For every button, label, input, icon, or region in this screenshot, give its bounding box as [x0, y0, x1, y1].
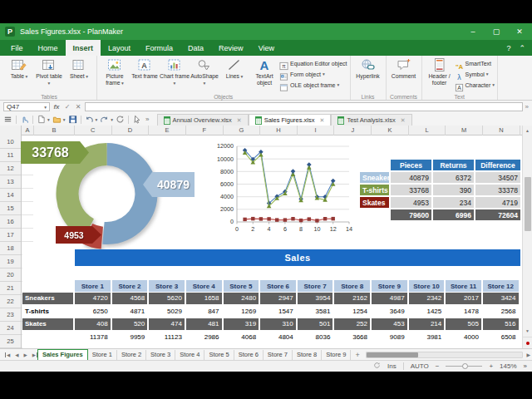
store-cell[interactable]: 2017	[446, 292, 483, 305]
form-object-button[interactable]: Form object▾	[279, 69, 347, 79]
sheet-button[interactable]: Sheet ▾	[64, 57, 94, 80]
scroll-down-icon[interactable]: ▼	[523, 326, 532, 336]
horizontal-scrollbar[interactable]	[366, 352, 524, 358]
store-cell[interactable]: 9959	[112, 331, 150, 344]
previous-sheet-button[interactable]: ◀	[12, 352, 21, 357]
store-header-store-2[interactable]: Store 2	[112, 280, 150, 292]
menu-tab-file[interactable]: File	[3, 40, 31, 56]
menu-tab-data[interactable]: Data	[180, 40, 211, 56]
dropdown-arrow-icon[interactable]: ▾	[96, 117, 98, 122]
scroll-up-icon[interactable]: ▲	[523, 126, 532, 135]
store-cell[interactable]: 1658	[186, 292, 224, 305]
store-cell[interactable]: 516	[483, 318, 520, 331]
textart-object-button[interactable]: ATextArt object	[249, 57, 279, 86]
dropdown-arrow-icon[interactable]: ▾	[63, 117, 66, 122]
vertical-scroll-thumb[interactable]	[525, 177, 531, 231]
hyperlink-button[interactable]: Hyperlink	[353, 57, 383, 80]
store-cell[interactable]: 520	[112, 318, 150, 331]
column-header-c[interactable]: C	[75, 126, 112, 135]
zoom-out-button[interactable]: −	[436, 362, 440, 370]
store-cell[interactable]: 3424	[483, 292, 520, 305]
store-header-store-10[interactable]: Store 10	[409, 280, 446, 292]
store-cell[interactable]: 252	[334, 318, 372, 331]
store-cell[interactable]: 847	[186, 305, 224, 318]
zoom-slider-thumb[interactable]	[462, 363, 468, 369]
store-cell[interactable]: 11123	[149, 331, 186, 344]
sheet-tab-sales-figures[interactable]: Sales Figures	[37, 349, 88, 361]
column-header-m[interactable]: M	[446, 126, 483, 135]
calc-mode-indicator[interactable]: AUTO	[411, 362, 429, 370]
toolbar-overflow-icon[interactable]: »	[144, 116, 150, 123]
menu-tab-layout[interactable]: Layout	[101, 40, 138, 56]
summary-cell[interactable]: 34507	[475, 172, 520, 183]
summary-total-cell[interactable]: 79600	[391, 209, 431, 220]
last-sheet-button[interactable]: ▶	[30, 352, 37, 357]
document-tab-sales-figures-xlsx[interactable]: Sales Figures.xlsx✕	[249, 114, 332, 126]
smarttext-button[interactable]: "ASmartText	[455, 58, 495, 68]
column-header-n[interactable]: N	[483, 126, 520, 135]
store-row-label-skates[interactable]: Skates	[22, 318, 75, 331]
menu-tab-home[interactable]: Home	[31, 40, 66, 56]
store-header-store-1[interactable]: Store 1	[75, 280, 112, 292]
dropdown-arrow-icon[interactable]: ▾	[111, 117, 113, 122]
sheet-tab-store-9[interactable]: Store 9	[322, 350, 351, 360]
store-cell[interactable]: 5029	[149, 305, 186, 318]
menu-tab-review[interactable]: Review	[211, 40, 251, 56]
pointer-icon[interactable]	[131, 114, 142, 125]
summary-cell[interactable]: 6372	[433, 172, 474, 183]
select-all-corner[interactable]	[0, 126, 22, 135]
confirm-icon[interactable]: ✓	[63, 103, 71, 111]
summary-total-cell[interactable]: 72604	[475, 209, 520, 220]
touch-mode-icon[interactable]	[19, 114, 30, 125]
status-overflow-icon[interactable]: »	[524, 362, 527, 370]
cancel-icon[interactable]: ✕	[74, 103, 82, 111]
zoom-in-button[interactable]: +	[489, 362, 493, 370]
summary-total-cell[interactable]: 6996	[433, 209, 474, 220]
store-cell[interactable]: 6250	[75, 305, 112, 318]
sheet-tab-store-4[interactable]: Store 4	[175, 350, 204, 360]
summary-table[interactable]: PiecesReturnsDifferenceSneakers408796372…	[360, 160, 520, 220]
dropdown-arrow-icon[interactable]: ▾	[47, 117, 50, 122]
zoom-level[interactable]: 145%	[500, 362, 516, 370]
store-cell[interactable]: 2986	[186, 331, 224, 344]
summary-header-difference[interactable]: Difference	[475, 160, 520, 170]
formula-input[interactable]	[85, 102, 523, 111]
store-header-store-4[interactable]: Store 4	[186, 280, 224, 292]
sales-banner[interactable]: Sales	[75, 249, 520, 266]
refresh-icon[interactable]	[115, 114, 126, 125]
store-row-label-sneakers[interactable]: Sneakers	[22, 292, 75, 305]
column-header-g[interactable]: G	[224, 126, 261, 135]
undo-icon[interactable]	[84, 114, 95, 125]
store-cell[interactable]: 505	[446, 318, 483, 331]
lines-button[interactable]: Lines ▾	[219, 57, 249, 80]
summary-cell[interactable]: 33378	[475, 185, 520, 195]
close-icon[interactable]: ✕	[401, 117, 406, 124]
store-cell[interactable]: 1547	[260, 305, 298, 318]
column-header-h[interactable]: H	[260, 126, 298, 135]
save-icon[interactable]	[67, 114, 78, 125]
column-header-f[interactable]: F	[186, 126, 224, 135]
sheet-tab-store-8[interactable]: Store 8	[293, 350, 322, 360]
column-header-k[interactable]: K	[372, 126, 409, 135]
store-cell[interactable]: 4987	[372, 292, 409, 305]
collapse-ribbon-button[interactable]: ⌃	[519, 44, 525, 52]
scroll-right-icon[interactable]: ▶	[525, 352, 532, 357]
store-cell[interactable]: 3649	[372, 305, 409, 318]
open-icon[interactable]	[52, 114, 62, 125]
summary-cell[interactable]: 390	[433, 185, 474, 195]
autoshape-button[interactable]: AutoShape ▾	[190, 57, 219, 86]
store-cell[interactable]: 2568	[483, 305, 520, 318]
store-cell[interactable]: 3581	[298, 305, 335, 318]
chart-frame-button[interactable]: Chart frame ▾	[160, 57, 190, 86]
summary-header-pieces[interactable]: Pieces	[391, 160, 431, 170]
store-header-store-6[interactable]: Store 6	[260, 280, 298, 292]
formula-overflow-icon[interactable]: »	[525, 103, 529, 111]
summary-row-label-sneakers[interactable]: Sneakers	[360, 172, 389, 183]
store-header-store-8[interactable]: Store 8	[334, 280, 372, 292]
store-cell[interactable]: 481	[186, 318, 224, 331]
store-cell[interactable]: 4804	[260, 331, 298, 344]
summary-cell[interactable]: 33768	[391, 185, 431, 195]
summary-header-returns[interactable]: Returns	[433, 160, 474, 170]
column-header-j[interactable]: J	[334, 126, 372, 135]
store-cell[interactable]: 1269	[224, 305, 261, 318]
